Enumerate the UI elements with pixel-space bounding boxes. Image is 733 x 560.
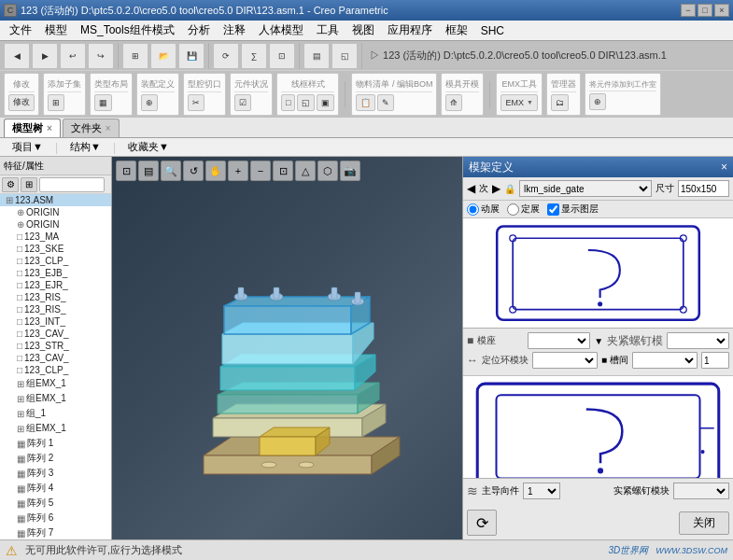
vp-zoom-button[interactable]: 🔍: [161, 161, 181, 181]
radio-dynamic-label[interactable]: 动展: [467, 203, 500, 216]
tab-modeltree-close[interactable]: ×: [47, 123, 52, 133]
tree-item[interactable]: □123_CLP_: [0, 364, 111, 376]
tb-forward-button[interactable]: ▶: [32, 43, 58, 69]
tb-bom1-btn[interactable]: 📋: [356, 94, 375, 111]
tree-item[interactable]: ▦阵列 5: [0, 496, 111, 511]
vp-camera-button[interactable]: 📷: [340, 161, 360, 181]
tab-folder-close[interactable]: ×: [106, 123, 111, 133]
tb-display2-button[interactable]: ◱: [331, 43, 358, 69]
checkbox-showlayer[interactable]: [547, 203, 559, 216]
slot-number-input[interactable]: [701, 352, 729, 369]
tab-folder[interactable]: 文件夹 ×: [63, 119, 120, 137]
tb-elemstate-btn[interactable]: ☑: [234, 94, 251, 111]
checkbox-showlayer-label[interactable]: 显示图层: [547, 203, 599, 216]
radio-dynamic[interactable]: [467, 203, 479, 216]
radio-static[interactable]: [507, 203, 519, 216]
tab-modeltree[interactable]: 模型树 ×: [4, 119, 61, 137]
tb-moldcut-btn[interactable]: ✂: [188, 94, 204, 111]
tree-item[interactable]: □123_CAV_: [0, 352, 111, 364]
tb-display1-button[interactable]: ▤: [303, 43, 330, 69]
menu-framework[interactable]: 框架: [440, 21, 473, 40]
size-input[interactable]: [678, 180, 729, 197]
tb-manager-btn[interactable]: 🗂: [551, 94, 569, 111]
tree-item[interactable]: □123_INT_: [0, 315, 111, 328]
tb-wire1-btn[interactable]: □: [281, 94, 295, 111]
tb-emx-btn[interactable]: EMX: [500, 94, 537, 111]
menu-file[interactable]: 文件: [4, 21, 37, 40]
tb-addsubset-btn[interactable]: ⊞: [48, 94, 64, 111]
tree-item[interactable]: ⊕ORIGIN: [0, 218, 111, 231]
vp-view-button[interactable]: ⊡: [116, 161, 136, 181]
tree-item[interactable]: □123_RIS_: [0, 303, 111, 315]
tree-item[interactable]: □123_MA: [0, 231, 111, 243]
tb-workdir-btn[interactable]: ⊕: [589, 93, 606, 110]
locate-select[interactable]: [532, 352, 598, 369]
title-bar-controls[interactable]: − □ ×: [681, 4, 729, 17]
tb-regen-button[interactable]: ⟳: [213, 43, 239, 69]
tb-undo-button[interactable]: ↩: [60, 43, 86, 69]
screw2-select[interactable]: [673, 483, 729, 499]
tree-item[interactable]: ⊞组_1: [0, 406, 111, 421]
tree-item[interactable]: ⊞组EMX_1: [0, 391, 111, 406]
tb-params-button[interactable]: ⊡: [269, 43, 295, 69]
vp-pan-button[interactable]: ✋: [205, 161, 226, 181]
menu-humanmodel[interactable]: 人体模型: [253, 21, 309, 40]
sub-tab-structure[interactable]: 结构▼: [62, 139, 109, 156]
tb-wire3-btn[interactable]: ▣: [317, 94, 334, 111]
tree-item[interactable]: ⊞123.ASM: [0, 194, 111, 206]
menu-analysis[interactable]: 分析: [182, 21, 216, 40]
clamp-screw-select[interactable]: [667, 332, 729, 349]
tb-relations-button[interactable]: ∑: [241, 43, 267, 69]
sub-tab-favorites[interactable]: 收藏夹▼: [120, 139, 177, 156]
menu-tools[interactable]: 工具: [311, 21, 345, 40]
menu-view[interactable]: 视图: [346, 21, 380, 40]
vp-section-button[interactable]: △: [295, 161, 316, 181]
direction-select[interactable]: 1: [523, 483, 560, 499]
tb-typelayout-btn[interactable]: ▦: [94, 94, 112, 111]
nav-right-icon[interactable]: ▶: [492, 182, 500, 195]
vp-display-button[interactable]: ▤: [138, 161, 159, 181]
clamp-dropdown-arrow[interactable]: ▼: [594, 336, 603, 346]
tree-item[interactable]: ▦阵列 6: [0, 511, 111, 525]
dialog-close-icon[interactable]: ×: [721, 161, 727, 174]
mold-type-select[interactable]: lkm_side_gate: [519, 180, 652, 197]
tb-back-button[interactable]: ◀: [4, 43, 30, 69]
tb-open-button[interactable]: 📂: [150, 43, 176, 69]
tree-item[interactable]: ⊞组EMX_1: [0, 421, 111, 436]
tb-redo-button[interactable]: ↪: [88, 43, 114, 69]
menu-apps[interactable]: 应用程序: [382, 21, 438, 40]
sub-tab-project[interactable]: 项目▼: [4, 139, 51, 156]
tb-wire2-btn[interactable]: ◱: [297, 94, 315, 111]
vp-rotate-button[interactable]: ↺: [183, 161, 204, 181]
tb-new-button[interactable]: ⊞: [122, 43, 148, 69]
tb-modify-btn[interactable]: 修改: [8, 94, 35, 111]
close-window-button[interactable]: ×: [714, 4, 729, 17]
tree-item[interactable]: □123_SKE: [0, 243, 111, 255]
tree-item[interactable]: □123_EJB_: [0, 267, 111, 279]
menu-annotation[interactable]: 注释: [218, 21, 251, 40]
menu-model[interactable]: 模型: [39, 21, 73, 40]
clamp-select[interactable]: [528, 332, 590, 349]
tree-settings-btn[interactable]: ⚙: [2, 177, 19, 192]
tree-item[interactable]: ▦阵列 7: [0, 525, 111, 539]
vp-layer-button[interactable]: ⬡: [317, 161, 338, 181]
tree-expand-btn[interactable]: ⊞: [21, 177, 37, 192]
menu-shc[interactable]: SHC: [475, 22, 510, 39]
vp-plus-button[interactable]: +: [228, 161, 248, 181]
tb-assemdef-btn[interactable]: ⊕: [141, 94, 158, 111]
minimize-button[interactable]: −: [681, 4, 696, 17]
tree-item[interactable]: ▦阵列 3: [0, 466, 111, 481]
tree-item[interactable]: ▦阵列 1: [0, 436, 111, 451]
tree-item[interactable]: ▦阵列 4: [0, 481, 111, 496]
tree-item[interactable]: ⊕ORIGIN: [0, 206, 111, 218]
tree-item[interactable]: □123_CLP_: [0, 255, 111, 267]
3d-viewport[interactable]: ⊡ ▤ 🔍 ↺ ✋ + − ⊡ △ ⬡ 📷: [112, 157, 462, 539]
tb-bom2-btn[interactable]: ✎: [377, 94, 394, 111]
close-dialog-button[interactable]: 关闭: [679, 511, 729, 535]
tb-save-button[interactable]: 💾: [178, 43, 204, 69]
menu-mstools[interactable]: MS_Tools组件模式: [75, 21, 180, 40]
tree-item[interactable]: □123_RIS_: [0, 291, 111, 303]
tree-item[interactable]: ⊞组EMX_1: [0, 376, 111, 391]
maximize-button[interactable]: □: [698, 4, 712, 17]
clamp-right-icon[interactable]: 夹紧螺钉模: [607, 333, 663, 349]
